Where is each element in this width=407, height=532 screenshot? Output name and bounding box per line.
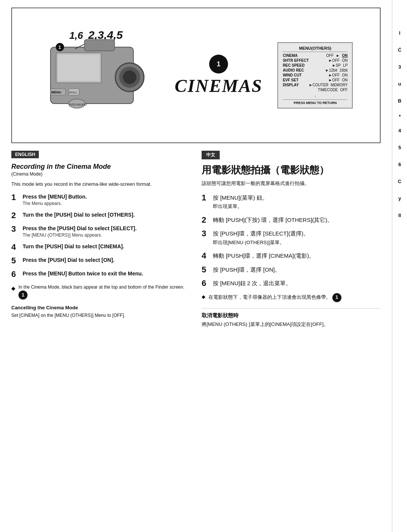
down-arrow-icon: ↓ xyxy=(314,94,316,98)
chinese-lang-label: 中文 xyxy=(202,151,220,159)
sidebar-letter-C: Ć xyxy=(398,47,401,53)
sidebar-letter-4: 4 xyxy=(398,128,401,133)
menu-row-shtr: SHTR EFFECT ►OFF ON xyxy=(283,58,347,63)
right-sidebar: I Ć 3 u B 4 5 6 C y II xyxy=(392,0,407,532)
svg-rect-5 xyxy=(58,55,99,81)
step-4-title: Turn the [PUSH] Dial to select [CINEMA]. xyxy=(23,243,190,250)
step-6-title: Press the [MENU] Button twice to exit th… xyxy=(23,270,190,277)
svg-text:2,3,4,5: 2,3,4,5 xyxy=(88,29,123,41)
chinese-note-badge: 1 xyxy=(332,293,341,302)
chinese-section: 中文 用電影狀態拍攝（電影狀態） 該狀態可讓您用電影一般的寬屏幕格式進行拍攝。 … xyxy=(202,151,381,328)
svg-rect-3 xyxy=(84,40,115,51)
svg-text:STILL: STILL xyxy=(69,91,77,94)
step-1-title: Press the [MENU] Button. xyxy=(23,193,190,200)
menu-display: MENU(OTHERS) CINEMA OFF ► ON SHTR EFFECT… xyxy=(277,42,353,109)
step-2-title: Turn the the [PUSH] Dial to select [OTHE… xyxy=(23,211,190,218)
note-text: In the Cinema Mode, black bars appear at… xyxy=(18,284,190,300)
english-step-1: 1 Press the [MENU] Button. The Menu appe… xyxy=(11,193,190,206)
chinese-cancelling-title: 取消電影狀態時 xyxy=(202,312,381,319)
menu-row-timecode: TIMECODE OFF xyxy=(283,88,347,92)
sidebar-letter-3: 3 xyxy=(398,64,401,70)
cancelling-title: Cancelling the Cinema Mode xyxy=(11,305,190,310)
menu-row-evf: EVF SET ►OFF ON xyxy=(283,78,347,82)
chinese-bullet-diamond: ◆ xyxy=(202,293,205,302)
chinese-step-1: 1 按 [MENU](菜單) 鈕。 即出現菜單。 xyxy=(202,194,381,211)
step-3-title: Press the the [PUSH] Dial to select [SEL… xyxy=(23,225,190,232)
badge-number: 1 xyxy=(209,55,228,73)
step-1-detail: The Menu appears. xyxy=(23,201,190,206)
sidebar-letter-B: B xyxy=(398,98,401,104)
english-intro: This mode lets you record in the cinema-… xyxy=(11,180,190,188)
cinema-badge: 1 CINEMAS xyxy=(175,55,263,96)
english-step-2: 2 Turn the the [PUSH] Dial to select [OT… xyxy=(11,211,190,220)
english-section: ENGLISH Recording in the Cinema Mode (Ci… xyxy=(11,151,190,328)
chinese-note: ◆ 在電影狀態下，電子尋像器的上下頂邊會出現黑色條帶。 1 xyxy=(202,293,381,302)
english-step-6: 6 Press the [MENU] Button twice to exit … xyxy=(11,270,190,278)
sidebar-letter-6: 6 xyxy=(398,162,401,167)
chinese-step-3: 3 按 [PUSH]環，選擇 [SELECT](選擇)。 即出現[MENU (O… xyxy=(202,229,381,246)
menu-row-rec-speed: REC SPEED ►SP LP xyxy=(283,63,347,67)
sidebar-letter-u: u xyxy=(398,81,401,87)
menu-row-audio: AUDIO REC ►12bit 16bit xyxy=(283,68,347,72)
chinese-step-4: 4 轉動 [PUSH]環，選擇 [CINEMA](電影)。 xyxy=(202,252,381,260)
svg-text:1: 1 xyxy=(58,45,61,50)
english-cancelling: Cancelling the Cinema Mode Set [CINEMA] … xyxy=(11,305,190,319)
english-title: Recording in the Cinema Mode xyxy=(11,163,190,171)
sidebar-letter-y: y xyxy=(398,196,401,201)
english-subtitle: (Cinema Mode) xyxy=(11,171,190,177)
svg-text:MENU: MENU xyxy=(51,90,61,94)
note-badge: 1 xyxy=(18,290,28,300)
diagram-box: 1,6 2,3,4,5 MENU xyxy=(11,8,381,143)
sidebar-letter-I: I xyxy=(399,30,401,36)
step-5-title: Press the [PUSH] Dial to select [ON]. xyxy=(23,257,190,263)
chinese-title: 用電影狀態拍攝（電影狀態） xyxy=(202,164,381,177)
step-3-detail: The [MENU (OTHERS)] Menu appears. xyxy=(23,232,190,238)
sidebar-letter-II: II xyxy=(398,212,401,218)
menu-row-cinema: CINEMA OFF ► ON xyxy=(283,54,347,58)
chinese-step-2: 2 轉動 [PUSH](下按) 環，選擇 [OTHERS](其它)。 xyxy=(202,216,381,225)
svg-point-8 xyxy=(123,70,136,84)
english-step-3: 3 Press the the [PUSH] Dial to select [S… xyxy=(11,225,190,238)
menu-row-wind: WIND CUT ►OFF ON xyxy=(283,73,347,77)
sidebar-dot xyxy=(399,115,401,116)
sidebar-letter-5: 5 xyxy=(398,145,401,150)
svg-text:1,6: 1,6 xyxy=(69,30,83,41)
cancelling-text: Set [CINEMA] on the [MENU (OTHERS)] Menu… xyxy=(11,312,190,319)
chinese-step-5: 5 按 [PUSH]環，選擇 [ON]。 xyxy=(202,266,381,274)
camera-illustration: 1,6 2,3,4,5 MENU xyxy=(39,24,160,126)
chinese-step-6: 6 按 [MENU]鈕 2 次，退出菜單。 xyxy=(202,279,381,288)
chinese-cancelling: 取消電影狀態時 將[MENU (OTHERS) ]菜單上的[CINEMA]項設定… xyxy=(202,308,381,329)
menu-footer: PRESS MENU TO RETURN xyxy=(283,99,347,105)
english-step-5: 5 Press the [PUSH] Dial to select [ON]. xyxy=(11,257,190,265)
chinese-cancelling-text: 將[MENU (OTHERS) ]菜單上的[CINEMA]項設定在[OFF]。 xyxy=(202,321,381,329)
chinese-intro: 該狀態可讓您用電影一般的寬屏幕格式進行拍攝。 xyxy=(202,180,381,188)
english-lang-label: ENGLISH xyxy=(11,151,39,158)
svg-text:FOCUS/JOG: FOCUS/JOG xyxy=(69,103,87,106)
menu-title: MENU(OTHERS) xyxy=(283,46,347,52)
cinema-text: CINEMAS xyxy=(175,75,263,96)
sidebar-letter-c2: C xyxy=(398,179,401,184)
bullet-diamond: ◆ xyxy=(11,284,15,300)
english-note: ◆ In the Cinema Mode, black bars appear … xyxy=(11,284,190,300)
english-step-4: 4 Turn the [PUSH] Dial to select [CINEMA… xyxy=(11,243,190,251)
menu-row-display: DISPLAY ►COUTER MEMORY xyxy=(283,83,347,87)
